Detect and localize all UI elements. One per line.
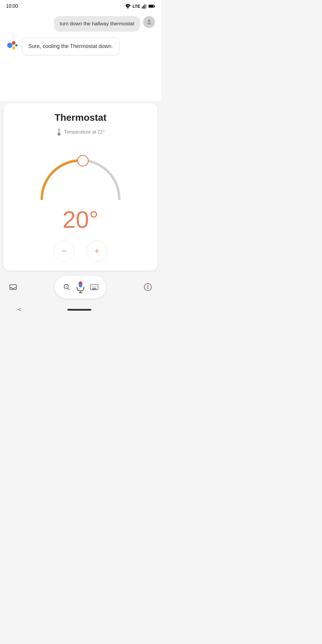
- svg-point-25: [80, 290, 81, 291]
- svg-point-0: [127, 8, 128, 9]
- svg-point-11: [12, 47, 15, 49]
- thermostat-dial: [33, 142, 128, 208]
- svg-marker-39: [147, 287, 149, 290]
- thermometer-icon: [56, 128, 62, 136]
- keyboard-icon: [90, 284, 98, 290]
- status-time: 10:00: [6, 4, 18, 9]
- svg-point-16: [78, 155, 88, 166]
- mic-icon: [76, 281, 85, 293]
- assistant-message-bubble: Sure, cooling the Thermostat down.: [22, 38, 119, 55]
- chat-area: turn down the hallway thermostat Sure, c…: [0, 11, 161, 101]
- back-button[interactable]: <: [18, 306, 21, 313]
- svg-point-8: [148, 20, 150, 22]
- svg-rect-7: [149, 5, 154, 7]
- compass-icon: [144, 283, 152, 291]
- svg-point-12: [15, 44, 18, 47]
- outer-toolbar: [0, 273, 161, 301]
- temp-display: 20°: [10, 208, 151, 232]
- svg-rect-15: [59, 130, 59, 133]
- google-assistant-logo: [6, 39, 19, 52]
- thermostat-card: Thermostat Temperature at 22° 20° − +: [4, 103, 157, 270]
- compass-icon-button[interactable]: [142, 281, 154, 293]
- lens-icon: [63, 283, 71, 291]
- dial-svg: [33, 142, 128, 208]
- inbox-icon: [9, 283, 17, 291]
- status-bar: 10:00 LTE: [0, 0, 161, 11]
- user-message-bubble: turn down the hallway thermostat: [54, 16, 140, 32]
- battery-icon: [148, 4, 155, 8]
- svg-point-19: [65, 286, 67, 287]
- svg-rect-3: [145, 4, 145, 9]
- mic-button[interactable]: [73, 279, 88, 295]
- svg-rect-2: [143, 5, 144, 9]
- keyboard-icon-button[interactable]: [88, 281, 100, 293]
- svg-point-37: [144, 284, 151, 291]
- lens-icon-button[interactable]: [61, 281, 73, 293]
- bottom-toolbar: [55, 276, 106, 298]
- svg-rect-36: [92, 289, 96, 289]
- svg-rect-22: [79, 281, 82, 284]
- lte-icon: LTE: [133, 4, 140, 9]
- avatar-icon: [145, 18, 153, 26]
- svg-point-10: [12, 41, 16, 45]
- user-avatar: [143, 16, 155, 28]
- home-indicator[interactable]: [67, 309, 91, 311]
- increase-temp-button[interactable]: +: [86, 241, 107, 261]
- inbox-icon-button[interactable]: [7, 281, 19, 293]
- temp-label-text: Temperature at 22°: [64, 129, 105, 135]
- svg-point-9: [7, 43, 13, 48]
- thermostat-controls: − +: [10, 241, 151, 261]
- svg-marker-38: [147, 285, 149, 287]
- svg-line-20: [68, 288, 70, 290]
- svg-rect-4: [146, 4, 147, 9]
- user-message-row: turn down the hallway thermostat: [6, 16, 155, 32]
- nav-bar: <: [0, 301, 161, 319]
- signal-icon: [142, 4, 147, 9]
- temp-label-row: Temperature at 22°: [10, 128, 151, 136]
- status-icons: LTE: [125, 4, 155, 9]
- wifi-icon: [125, 4, 131, 9]
- svg-rect-6: [154, 6, 155, 7]
- decrease-temp-button[interactable]: −: [54, 241, 75, 261]
- svg-rect-1: [142, 7, 143, 9]
- thermostat-card-title: Thermostat: [10, 112, 151, 123]
- assistant-row: Sure, cooling the Thermostat down.: [6, 38, 155, 55]
- google-dots-svg: [6, 39, 19, 52]
